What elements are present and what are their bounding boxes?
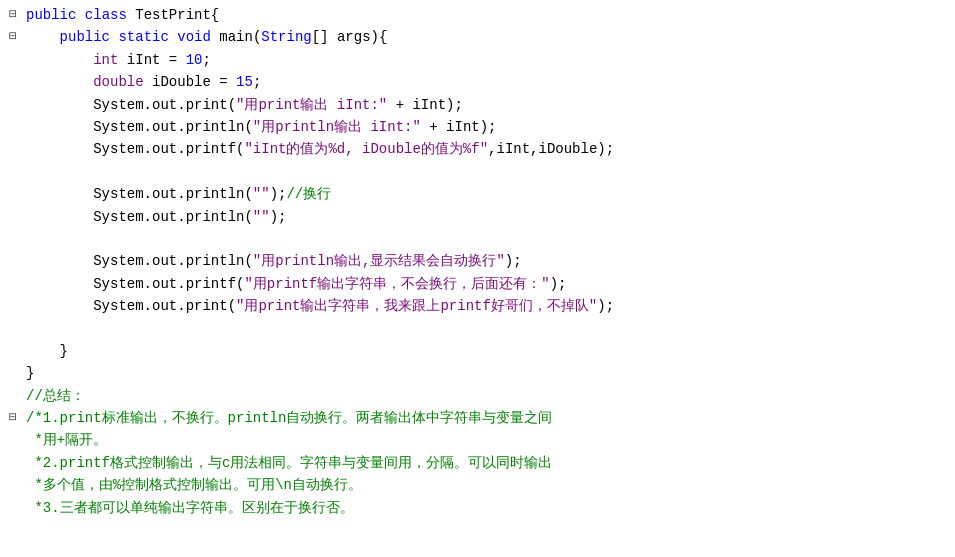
code-line-3: int iInt = 10; <box>0 49 955 71</box>
code-line-18: //总结： <box>0 385 955 407</box>
code-content-1: public class TestPrint{ <box>26 4 951 26</box>
code-content-9: System.out.println("");//换行 <box>26 183 951 205</box>
code-line-12: System.out.println("用println输出,显示结果会自动换行… <box>0 250 955 272</box>
code-line-23: *3.三者都可以单纯输出字符串。区别在于换行否。 <box>0 497 955 519</box>
code-content-18: //总结： <box>26 385 951 407</box>
code-line-17: } <box>0 362 955 384</box>
gutter-14 <box>4 295 22 296</box>
code-content-12: System.out.println("用println输出,显示结果会自动换行… <box>26 250 951 272</box>
code-line-11 <box>0 228 955 250</box>
code-line-5: System.out.print("用print输出 iInt:" + iInt… <box>0 94 955 116</box>
code-content-6: System.out.println("用println输出 iInt:" + … <box>26 116 951 138</box>
code-content-14: System.out.print("用print输出字符串，我来跟上printf… <box>26 295 951 317</box>
code-editor: ⊟ public class TestPrint{ ⊟ public stati… <box>0 0 955 557</box>
code-content-19: /*1.print标准输出，不换行。println自动换行。两者输出体中字符串与… <box>26 407 951 429</box>
gutter-13 <box>4 273 22 274</box>
code-content-11 <box>26 228 951 250</box>
code-content-3: int iInt = 10; <box>26 49 951 71</box>
code-content-2: public static void main(String[] args){ <box>26 26 951 48</box>
code-content-5: System.out.print("用print输出 iInt:" + iInt… <box>26 94 951 116</box>
gutter-10 <box>4 206 22 207</box>
code-line-16: } <box>0 340 955 362</box>
code-content-7: System.out.printf("iInt的值为%d, iDouble的值为… <box>26 138 951 160</box>
code-content-17: } <box>26 362 951 384</box>
gutter-16 <box>4 340 22 341</box>
code-content-22: *多个值，由%控制格式控制输出。可用\n自动换行。 <box>26 474 951 496</box>
code-line-15 <box>0 317 955 339</box>
code-line-7: System.out.printf("iInt的值为%d, iDouble的值为… <box>0 138 955 160</box>
gutter-1: ⊟ <box>4 4 22 26</box>
gutter-17 <box>4 362 22 363</box>
gutter-7 <box>4 138 22 139</box>
code-content-20: *用+隔开。 <box>26 429 951 451</box>
gutter-6 <box>4 116 22 117</box>
gutter-12 <box>4 250 22 251</box>
code-content-10: System.out.println(""); <box>26 206 951 228</box>
code-line-21: *2.printf格式控制输出，与c用法相同。字符串与变量间用，分隔。可以同时输… <box>0 452 955 474</box>
code-line-4: double iDouble = 15; <box>0 71 955 93</box>
code-line-14: System.out.print("用print输出字符串，我来跟上printf… <box>0 295 955 317</box>
code-line-10: System.out.println(""); <box>0 206 955 228</box>
code-line-8 <box>0 161 955 183</box>
code-line-22: *多个值，由%控制格式控制输出。可用\n自动换行。 <box>0 474 955 496</box>
gutter-2: ⊟ <box>4 26 22 48</box>
code-content-15 <box>26 317 951 339</box>
code-line-19: ⊟ /*1.print标准输出，不换行。println自动换行。两者输出体中字符… <box>0 407 955 429</box>
code-content-8 <box>26 161 951 183</box>
gutter-19: ⊟ <box>4 407 22 429</box>
code-content-13: System.out.printf("用printf输出字符串，不会换行，后面还… <box>26 273 951 295</box>
code-line-1: ⊟ public class TestPrint{ <box>0 4 955 26</box>
gutter-8 <box>4 161 22 162</box>
gutter-21 <box>4 452 22 453</box>
code-line-20: *用+隔开。 <box>0 429 955 451</box>
code-content-23: *3.三者都可以单纯输出字符串。区别在于换行否。 <box>26 497 951 519</box>
code-content-16: } <box>26 340 951 362</box>
code-content-21: *2.printf格式控制输出，与c用法相同。字符串与变量间用，分隔。可以同时输… <box>26 452 951 474</box>
gutter-15 <box>4 317 22 318</box>
gutter-3 <box>4 49 22 50</box>
code-line-6: System.out.println("用println输出 iInt:" + … <box>0 116 955 138</box>
gutter-23 <box>4 497 22 498</box>
code-content-4: double iDouble = 15; <box>26 71 951 93</box>
gutter-5 <box>4 94 22 95</box>
gutter-11 <box>4 228 22 229</box>
gutter-22 <box>4 474 22 475</box>
gutter-4 <box>4 71 22 72</box>
code-line-2: ⊟ public static void main(String[] args)… <box>0 26 955 48</box>
gutter-9 <box>4 183 22 184</box>
code-line-9: System.out.println("");//换行 <box>0 183 955 205</box>
gutter-20 <box>4 429 22 430</box>
code-line-13: System.out.printf("用printf输出字符串，不会换行，后面还… <box>0 273 955 295</box>
gutter-18 <box>4 385 22 386</box>
